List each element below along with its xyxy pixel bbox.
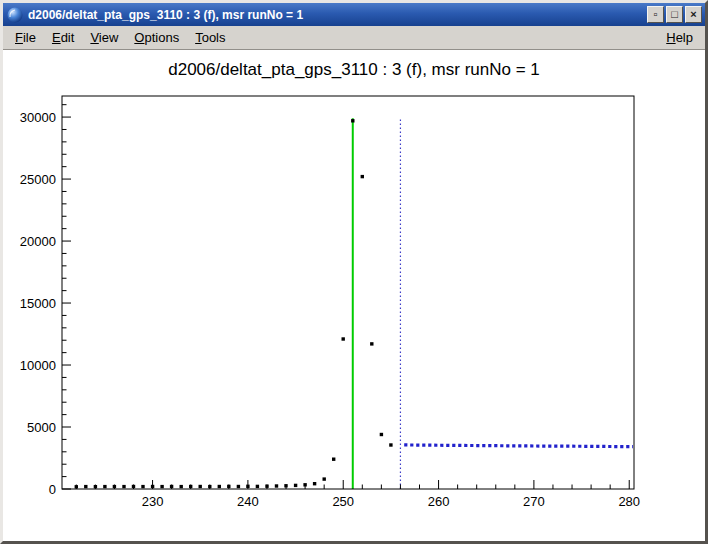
maximize-button[interactable]: □ bbox=[666, 6, 683, 23]
y-tick-label: 15000 bbox=[20, 296, 56, 311]
data-point bbox=[380, 433, 383, 436]
data-point bbox=[180, 485, 183, 488]
menu-help[interactable]: Help bbox=[658, 27, 701, 48]
plot-frame bbox=[62, 96, 634, 489]
data-point bbox=[237, 485, 240, 488]
menu-edit[interactable]: Edit bbox=[44, 27, 82, 48]
data-point bbox=[160, 485, 163, 488]
close-button[interactable]: × bbox=[685, 6, 702, 23]
y-tick-label: 5000 bbox=[27, 420, 56, 435]
data-point bbox=[351, 119, 354, 122]
minimize-button[interactable]: ▫ bbox=[647, 6, 664, 23]
data-point bbox=[342, 337, 345, 340]
x-tick-label: 280 bbox=[618, 494, 640, 509]
plot-svg: 2302402502602702800500010000150002000025… bbox=[3, 50, 705, 541]
x-tick-label: 230 bbox=[142, 494, 164, 509]
menu-file[interactable]: File bbox=[7, 27, 44, 48]
data-point bbox=[370, 342, 373, 345]
data-point bbox=[122, 485, 125, 488]
menubar: FileEditViewOptionsTools Help bbox=[3, 26, 705, 50]
data-point bbox=[103, 485, 106, 488]
x-tick-label: 270 bbox=[523, 494, 545, 509]
data-point bbox=[323, 477, 326, 480]
data-point bbox=[218, 485, 221, 488]
y-tick-label: 0 bbox=[49, 482, 56, 497]
menubar-left: FileEditViewOptionsTools bbox=[7, 27, 234, 48]
data-point bbox=[389, 443, 392, 446]
data-point bbox=[275, 484, 278, 487]
data-point bbox=[361, 175, 364, 178]
plot-canvas[interactable]: d2006/deltat_pta_gps_3110 : 3 (f), msr r… bbox=[3, 50, 705, 541]
x-tick-label: 250 bbox=[332, 494, 354, 509]
titlebar-buttons: ▫ □ × bbox=[645, 6, 702, 23]
y-tick-label: 20000 bbox=[20, 234, 56, 249]
menu-view[interactable]: View bbox=[82, 27, 126, 48]
application-window: d2006/deltat_pta_gps_3110 : 3 (f), msr r… bbox=[0, 0, 708, 544]
data-point bbox=[199, 485, 202, 488]
data-point bbox=[84, 485, 87, 488]
app-icon bbox=[6, 6, 23, 23]
x-tick-label: 260 bbox=[428, 494, 450, 509]
data-point bbox=[141, 485, 144, 488]
y-tick-label: 30000 bbox=[20, 110, 56, 125]
data-point bbox=[294, 484, 297, 487]
y-tick-label: 25000 bbox=[20, 172, 56, 187]
titlebar[interactable]: d2006/deltat_pta_gps_3110 : 3 (f), msr r… bbox=[3, 3, 705, 26]
window-title: d2006/deltat_pta_gps_3110 : 3 (f), msr r… bbox=[28, 8, 645, 22]
menubar-right: Help bbox=[658, 27, 701, 48]
x-tick-label: 240 bbox=[237, 494, 259, 509]
data-point bbox=[332, 458, 335, 461]
menu-options[interactable]: Options bbox=[126, 27, 187, 48]
background-level-line bbox=[404, 445, 633, 447]
data-point bbox=[256, 485, 259, 488]
menu-tools[interactable]: Tools bbox=[187, 27, 233, 48]
data-point bbox=[313, 482, 316, 485]
y-tick-label: 10000 bbox=[20, 358, 56, 373]
